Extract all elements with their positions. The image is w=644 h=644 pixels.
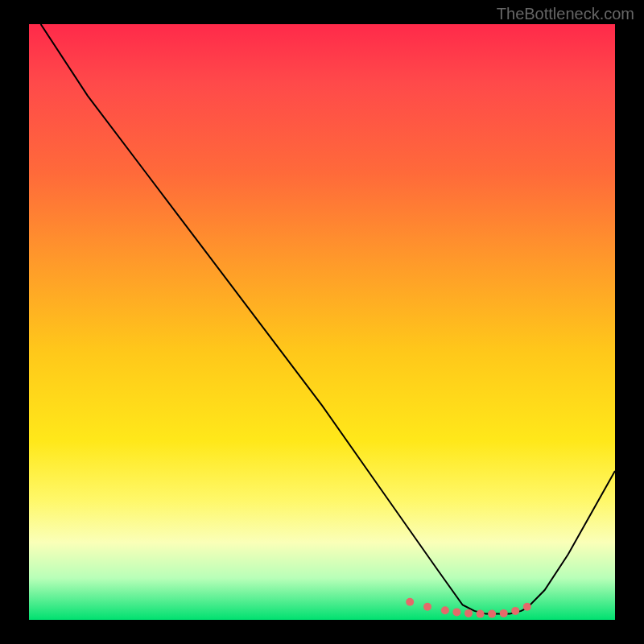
marker-dot (500, 609, 508, 617)
marker-dot (441, 606, 449, 614)
marker-dot (406, 598, 414, 606)
watermark-text: TheBottleneck.com (497, 5, 634, 23)
marker-dot (511, 607, 519, 615)
chart-svg (29, 24, 615, 620)
plot-area (29, 24, 615, 620)
marker-dot (452, 608, 460, 616)
bottleneck-curve (41, 24, 615, 614)
marker-dot (488, 610, 496, 618)
marker-dot (477, 610, 485, 618)
marker-dot (464, 609, 473, 617)
marker-dot (523, 603, 531, 611)
marker-dot (423, 603, 431, 611)
